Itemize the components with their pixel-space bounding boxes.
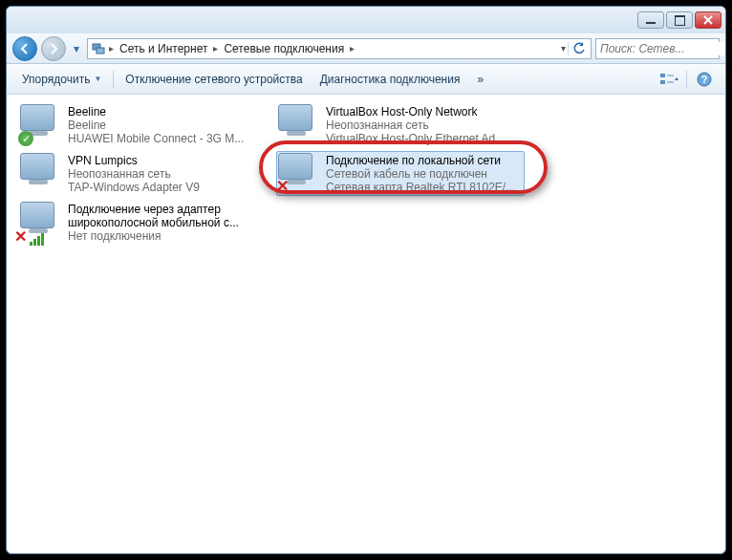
- connection-item[interactable]: ✕ Подключение через адаптер широкополосн…: [18, 200, 267, 245]
- search-box[interactable]: [595, 38, 720, 59]
- toolbar: Упорядочить▼ Отключение сетевого устройс…: [7, 64, 725, 95]
- connection-status: Сетевой кабель не подключен: [326, 167, 523, 181]
- titlebar: [7, 7, 725, 33]
- help-button[interactable]: ?: [691, 68, 718, 91]
- svg-rect-4: [660, 74, 665, 77]
- forward-button[interactable]: [41, 36, 66, 61]
- address-dropdown-icon[interactable]: ▾: [559, 43, 568, 54]
- connection-device: TAP-Windows Adapter V9: [68, 181, 265, 194]
- search-input[interactable]: [596, 42, 726, 55]
- connection-icon: ✕: [20, 202, 60, 242]
- diagnose-button[interactable]: Диагностика подключения: [312, 69, 468, 90]
- chevron-down-icon: ▼: [94, 75, 101, 83]
- connection-device: VirtualBox Host-Only Ethernet Ad...: [326, 132, 523, 145]
- chevron-right-icon: ▸: [211, 43, 220, 54]
- maximize-button[interactable]: [666, 11, 693, 29]
- view-options-button[interactable]: [656, 68, 682, 91]
- status-disconnected-icon: ✕: [14, 230, 30, 246]
- chevron-right-icon: ▸: [107, 43, 116, 54]
- svg-rect-5: [660, 80, 665, 84]
- explorer-window: ▾ ▸ Сеть и Интернет ▸ Сетевые подключени…: [6, 6, 726, 554]
- connection-status: Неопознанная сеть: [326, 118, 523, 132]
- back-button[interactable]: [12, 36, 37, 61]
- connection-list: ✓ Beeline Beeline HUAWEI Mobile Connect …: [7, 95, 725, 252]
- navbar: ▾ ▸ Сеть и Интернет ▸ Сетевые подключени…: [7, 33, 725, 64]
- organize-menu[interactable]: Упорядочить▼: [14, 69, 109, 90]
- status-connected-icon: ✓: [18, 131, 33, 146]
- connection-item[interactable]: VPN Lumpics Неопознанная сеть TAP-Window…: [18, 151, 267, 196]
- connection-status: Нет подключения: [68, 229, 265, 243]
- address-bar[interactable]: ▸ Сеть и Интернет ▸ Сетевые подключения …: [87, 38, 592, 59]
- connection-item[interactable]: ✓ Beeline Beeline HUAWEI Mobile Connect …: [18, 102, 267, 147]
- connection-device: Сетевая карта Realtek RTL8102E/...: [326, 181, 523, 194]
- connection-name: Подключение через адаптер широкополосной…: [68, 203, 265, 229]
- connection-name: VirtualBox Host-Only Network: [326, 105, 523, 118]
- connection-item[interactable]: VirtualBox Host-Only Network Неопознанна…: [276, 102, 525, 147]
- svg-text:?: ?: [701, 74, 708, 85]
- network-location-icon: [90, 41, 107, 56]
- connection-icon: ✕: [278, 153, 318, 193]
- connection-icon: [20, 153, 60, 193]
- connection-icon: ✓: [20, 104, 60, 144]
- breadcrumb-segment[interactable]: Сетевые подключения: [220, 42, 348, 55]
- refresh-button[interactable]: [568, 42, 589, 55]
- close-button[interactable]: [695, 11, 721, 29]
- minimize-button[interactable]: [637, 11, 664, 29]
- connection-device: HUAWEI Mobile Connect - 3G M...: [68, 132, 265, 145]
- connection-name: Подключение по локальной сети: [326, 154, 523, 167]
- history-dropdown-icon[interactable]: ▾: [70, 36, 83, 61]
- svg-rect-1: [97, 48, 104, 54]
- connection-status: Неопознанная сеть: [68, 167, 265, 181]
- chevron-right-icon: ▸: [348, 43, 356, 54]
- connection-icon: [278, 104, 318, 144]
- disable-device-button[interactable]: Отключение сетевого устройства: [118, 69, 310, 90]
- connection-status: Beeline: [68, 118, 265, 132]
- connection-name: VPN Lumpics: [68, 154, 265, 167]
- breadcrumb-segment[interactable]: Сеть и Интернет: [116, 42, 211, 55]
- connection-item-selected[interactable]: ✕ Подключение по локальной сети Сетевой …: [276, 151, 525, 196]
- status-disconnected-icon: ✕: [276, 180, 291, 195]
- toolbar-overflow[interactable]: »: [469, 69, 491, 90]
- signal-bars-icon: [30, 233, 44, 246]
- connection-name: Beeline: [68, 105, 265, 118]
